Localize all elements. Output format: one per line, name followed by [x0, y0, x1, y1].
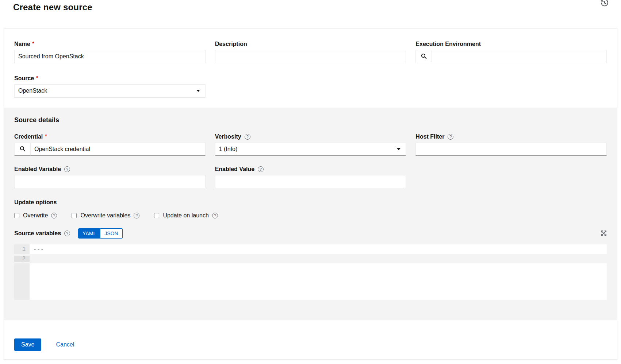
required-asterisk: * [36, 75, 38, 81]
question-circle-icon[interactable]: ? [245, 134, 250, 140]
update-on-launch-checkbox-item: Update on launch ? [154, 212, 218, 219]
save-button[interactable]: Save [14, 338, 41, 351]
credential-input[interactable] [31, 143, 206, 156]
description-input[interactable] [215, 50, 406, 63]
overwrite-variables-checkbox-item: Overwrite variables ? [72, 212, 139, 219]
question-circle-icon[interactable]: ? [212, 213, 218, 218]
question-circle-icon[interactable]: ? [258, 166, 264, 172]
page-title: Create new source [13, 1, 621, 12]
name-input[interactable] [14, 50, 206, 63]
overwrite-checkbox-item: Overwrite ? [14, 212, 57, 219]
overwrite-checkbox-label: Overwrite [23, 212, 48, 219]
question-circle-icon[interactable]: ? [51, 213, 57, 218]
source-variables-label: Source variables ? [14, 230, 70, 237]
line-content: --- [30, 246, 44, 252]
verbosity-label: Verbosity ? [215, 133, 406, 140]
verbosity-field-group: Verbosity ? 1 (Info) [215, 133, 406, 156]
caret-down-icon [397, 148, 400, 150]
description-field-group: Description [215, 41, 406, 63]
execution-environment-search-button[interactable] [415, 50, 432, 63]
editor-line[interactable]: 1 --- [14, 244, 607, 254]
overwrite-variables-checkbox-label: Overwrite variables [80, 212, 130, 219]
verbosity-select-value: 1 (Info) [219, 146, 238, 152]
overwrite-checkbox[interactable] [14, 213, 19, 218]
source-variables-row: Source variables ? YAML JSON [14, 228, 607, 239]
editor-line[interactable]: 2 [14, 254, 607, 263]
source-details-section: Source details Credential * [4, 108, 617, 320]
history-icon [600, 3, 609, 9]
name-field-group: Name * [14, 41, 206, 63]
question-circle-icon[interactable]: ? [134, 213, 139, 218]
caret-down-icon [196, 90, 200, 92]
description-label: Description [215, 41, 406, 47]
source-details-heading: Source details [14, 116, 607, 124]
search-icon [20, 146, 26, 153]
yaml-toggle-button[interactable]: YAML [78, 228, 100, 239]
execution-environment-input[interactable] [432, 50, 607, 63]
expand-editor-button[interactable] [600, 230, 607, 237]
line-number: 2 [14, 256, 30, 262]
update-options-row: Overwrite ? Overwrite variables ? Update… [14, 212, 607, 219]
overwrite-variables-checkbox[interactable] [72, 213, 77, 218]
form-top-section: Name * Description Execution Environment [4, 29, 617, 108]
name-label: Name * [14, 41, 206, 47]
update-on-launch-checkbox[interactable] [154, 213, 159, 218]
source-label: Source * [14, 75, 206, 82]
form-actions: Save Cancel [4, 320, 617, 351]
source-field-group: Source * OpenStack [14, 75, 206, 97]
question-circle-icon[interactable]: ? [64, 231, 70, 236]
format-toggle: YAML JSON [78, 228, 122, 239]
enabled-variable-input[interactable] [14, 175, 206, 188]
source-select-value: OpenStack [18, 88, 47, 94]
credential-label: Credential * [14, 133, 206, 140]
expand-icon [601, 232, 607, 237]
credential-field-group: Credential * [14, 133, 206, 156]
verbosity-select[interactable]: 1 (Info) [215, 143, 406, 156]
execution-environment-label: Execution Environment [415, 41, 607, 47]
json-toggle-button[interactable]: JSON [100, 228, 122, 239]
line-number: 1 [14, 246, 30, 252]
question-circle-icon[interactable]: ? [64, 166, 70, 172]
source-select[interactable]: OpenStack [14, 84, 206, 97]
enabled-value-input[interactable] [215, 175, 406, 188]
cancel-button[interactable]: Cancel [56, 341, 74, 348]
update-options-heading: Update options [14, 199, 607, 206]
enabled-value-field-group: Enabled Value ? [215, 166, 406, 188]
history-button[interactable] [600, 0, 609, 8]
enabled-value-label: Enabled Value ? [215, 166, 406, 173]
enabled-variable-field-group: Enabled Variable ? [14, 166, 206, 188]
execution-environment-field-group: Execution Environment [415, 41, 607, 63]
source-variables-editor[interactable]: 1 --- 2 [14, 244, 607, 300]
search-icon [421, 53, 427, 60]
question-circle-icon[interactable]: ? [448, 134, 453, 140]
page-header: Create new source [0, 0, 621, 28]
update-on-launch-checkbox-label: Update on launch [163, 212, 208, 219]
host-filter-label: Host Filter ? [415, 133, 607, 140]
required-asterisk: * [45, 133, 47, 139]
credential-search-button[interactable] [14, 143, 31, 156]
create-source-form-card: Name * Description Execution Environment [4, 28, 617, 360]
host-filter-field-group: Host Filter ? [415, 133, 607, 156]
required-asterisk: * [32, 40, 34, 46]
host-filter-input[interactable] [415, 143, 607, 156]
enabled-variable-label: Enabled Variable ? [14, 166, 206, 173]
